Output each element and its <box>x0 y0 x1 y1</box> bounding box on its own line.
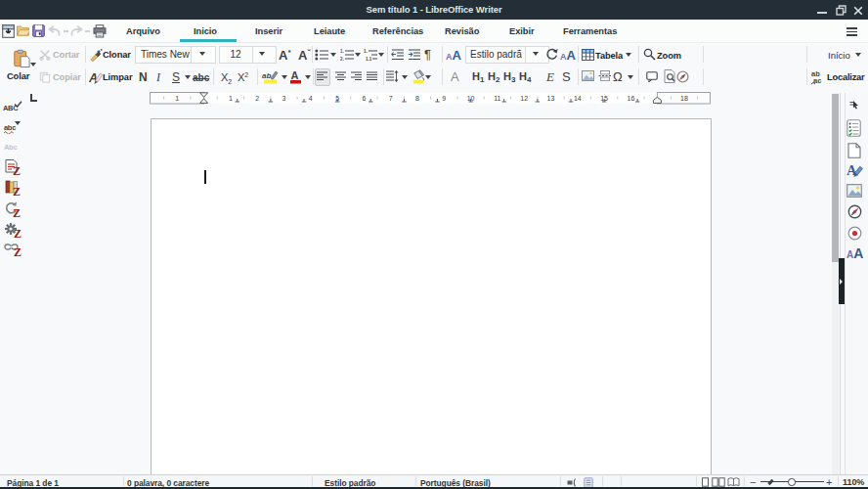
svg-text:1.1: 1.1 <box>366 57 372 62</box>
svg-text:1.: 1. <box>340 49 344 54</box>
svg-text:18: 18 <box>680 95 688 102</box>
svg-text:14: 14 <box>574 95 582 102</box>
svg-text:16: 16 <box>628 95 635 102</box>
svg-text:11: 11 <box>494 95 500 102</box>
svg-text:12: 12 <box>520 95 528 102</box>
svg-text:1.: 1. <box>364 49 368 54</box>
svg-text:4: 4 <box>309 95 313 102</box>
svg-text:Z: Z <box>13 164 21 176</box>
svg-text:A: A <box>89 71 98 85</box>
svg-text:A: A <box>291 69 299 81</box>
svg-text:2: 2 <box>255 95 259 102</box>
svg-text:Z: Z <box>13 206 21 218</box>
svg-text:1: 1 <box>229 95 233 102</box>
svg-text:Z: Z <box>14 245 22 257</box>
svg-text:Z: Z <box>13 185 21 197</box>
svg-text:7: 7 <box>389 95 393 102</box>
svg-text:13: 13 <box>547 95 555 102</box>
svg-text:1: 1 <box>175 95 179 102</box>
svg-text:8: 8 <box>415 95 419 102</box>
svg-text:6: 6 <box>362 95 366 102</box>
svg-text:3: 3 <box>282 95 286 102</box>
svg-text:ab: ab <box>262 71 271 80</box>
svg-text:2.: 2. <box>340 57 344 62</box>
svg-text:9: 9 <box>442 95 446 102</box>
svg-text:Z: Z <box>14 227 22 239</box>
